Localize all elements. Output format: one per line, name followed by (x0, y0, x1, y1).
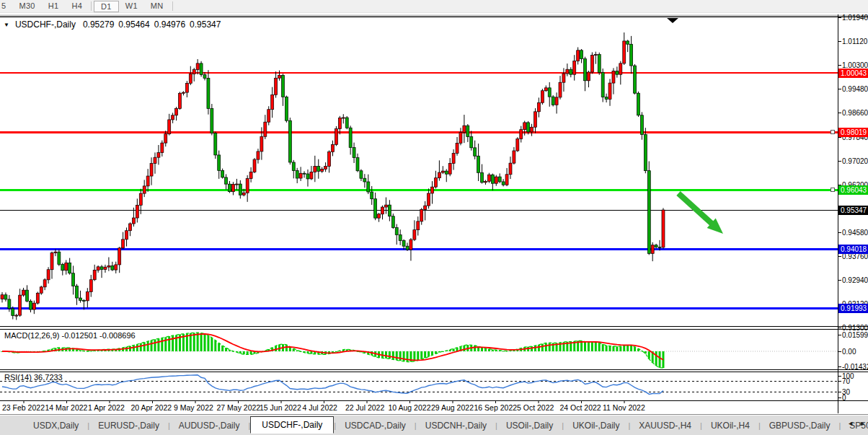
chart-title-row: ▼ USDCHF-,Daily 0.95279 0.95464 0.94976 … (4, 19, 221, 30)
trend-arrow-annotation[interactable] (678, 193, 723, 234)
price-tick-1.01940: 1.01940 (842, 14, 868, 22)
chart-shift-marker-icon[interactable] (667, 18, 678, 23)
date-tick-9-may-2022: 9 May 2022 (174, 403, 213, 412)
price-badge-0.96043: 0.96043 (838, 185, 868, 195)
macd-tick--0.01432: -0.01432 (842, 363, 868, 371)
date-tick-24-oct-2022: 24 Oct 2022 (560, 403, 601, 412)
price-badge-0.91993: 0.91993 (838, 304, 868, 313)
date-tick-14-mar-2022: 14 Mar 2022 (45, 403, 88, 412)
tab-usdx-daily[interactable]: USDX,Daily (25, 417, 87, 434)
pane-borders (0, 14, 868, 413)
chart-canvas[interactable] (0, 0, 868, 435)
tab-scroll-controls: ◄ ► (847, 420, 866, 427)
price-tick-0.92940: 0.92940 (842, 276, 868, 284)
tab-usdcnh-daily[interactable]: USDCNH-,Daily (417, 417, 495, 434)
ohlc-high: 0.95464 (118, 19, 149, 30)
tab-scroll-left-icon[interactable]: ◄ (847, 420, 854, 427)
date-tick-27-may-2022: 27 May 2022 (217, 403, 261, 412)
tab-audusd-daily[interactable]: AUDUSD-,Daily (170, 417, 249, 434)
symbol-tabbar: USDX,Daily|EURUSD-,Daily|AUDUSD-,Daily|U… (0, 416, 868, 435)
rsi-line (2, 375, 663, 395)
tab-ukoil-daily[interactable]: UKOil-,Daily (564, 417, 628, 434)
level-handle-0.96043[interactable] (831, 188, 834, 192)
tab-eurusd-daily[interactable]: EURUSD-,Daily (89, 417, 168, 434)
ohlc-open: 0.95279 (83, 19, 114, 30)
ohlc-close: 0.95347 (190, 19, 221, 30)
price-badge-0.98019: 0.98019 (838, 128, 868, 137)
level-handle-0.98019[interactable] (831, 131, 834, 134)
macd-tick-0.01599: 0.01599 (842, 331, 868, 339)
chart-symbol-title: USDCHF-,Daily (15, 19, 76, 30)
macd-pane-label: MACD(12,26,9) -0.012501 -0.008696 (4, 331, 136, 340)
date-tick-1-apr-2022: 1 Apr 2022 (88, 403, 125, 412)
date-tick-10-aug-2022: 10 Aug 2022 (389, 403, 431, 412)
date-tick-11-nov-2022: 11 Nov 2022 (603, 403, 645, 412)
price-tick-0.98660: 0.98660 (842, 109, 868, 117)
tab-gbpusd-daily[interactable]: GBPUSD-,Daily (761, 417, 839, 434)
macd-tick-0.00: 0.00 (842, 348, 868, 356)
date-tick-23-feb-2022: 23 Feb 2022 (2, 403, 45, 412)
tab-scroll-right-icon[interactable]: ► (859, 420, 866, 427)
macd-name: MACD(12,26,9) (4, 331, 59, 340)
date-tick-22-jul-2022: 22 Jul 2022 (345, 403, 384, 412)
ohlc-low: 0.94976 (154, 19, 185, 30)
macd-values: -0.012501 -0.008696 (61, 331, 135, 340)
date-tick-20-apr-2022: 20 Apr 2022 (131, 403, 172, 412)
price-tick-0.94580: 0.94580 (842, 229, 868, 237)
price-badge-1.00043: 1.00043 (838, 69, 868, 78)
rsi-pane (0, 375, 838, 395)
price-badge-0.95347: 0.95347 (838, 206, 868, 215)
tab-usdcad-daily[interactable]: USDCAD-,Daily (336, 417, 415, 434)
date-tick-4-jul-2022: 4 Jul 2022 (303, 403, 337, 412)
terminal-window: 5M30H1H4D1W1MN ▼ USDCHF-,Daily 0.95279 0… (0, 0, 868, 435)
price-tick-1.01120: 1.01120 (842, 38, 868, 45)
candlestick-series (1, 32, 665, 320)
date-tick-29-aug-2022: 29 Aug 2022 (431, 403, 474, 412)
rsi-tick-70: 70 (842, 377, 868, 385)
tab-usdchf-daily[interactable]: USDCHF-,Daily (250, 416, 334, 434)
date-tick-16-sep-2022: 16 Sep 2022 (474, 403, 518, 412)
tab-ukoil-h4[interactable]: UKOil-,H4 (702, 417, 758, 434)
rsi-tick-0: 0 (842, 394, 868, 402)
price-tick-0.97020: 0.97020 (842, 157, 868, 165)
tab-xauusd-h4[interactable]: XAUUSD-,H4 (630, 417, 700, 434)
rsi-value: 36.7233 (34, 373, 63, 382)
date-tick-5-oct-2022: 5 Oct 2022 (517, 403, 554, 412)
date-tick-15-jun-2022: 15 Jun 2022 (260, 403, 301, 412)
tab-usoil-daily[interactable]: USOil-,Daily (497, 417, 562, 434)
price-badge-0.94018: 0.94018 (838, 245, 868, 254)
price-tick-0.99480: 0.99480 (842, 85, 868, 93)
rsi-pane-label: RSI(14) 36.7233 (4, 373, 63, 382)
rsi-name: RSI(14) (4, 373, 32, 382)
collapse-chart-icon[interactable]: ▼ (4, 22, 9, 28)
